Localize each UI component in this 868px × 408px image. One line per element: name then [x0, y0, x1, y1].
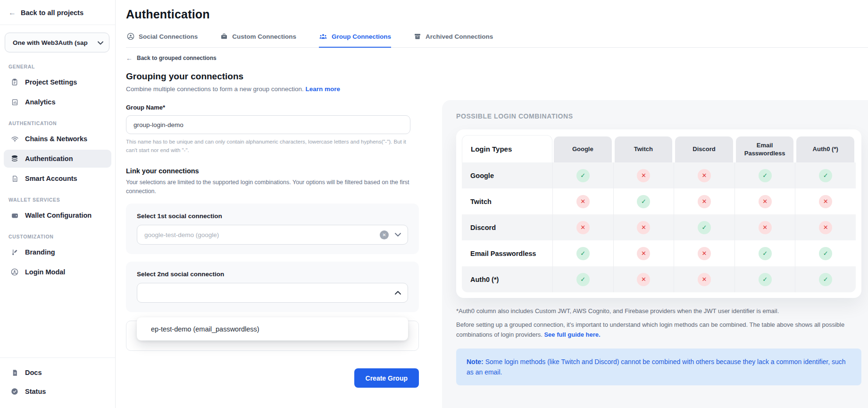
combination-mark-icon [698, 195, 711, 208]
select-1st-connection[interactable]: google-test-demo (google) ✕ [137, 225, 408, 245]
section-label-wallet-services: WALLET SERVICES [0, 188, 115, 205]
sidebar-item-analytics[interactable]: Analytics [4, 93, 111, 111]
sidebar: ← Back to all projects One with Web3Auth… [0, 0, 116, 408]
toolbox-icon [220, 33, 228, 40]
app-window: ← Back to all projects One with Web3Auth… [0, 0, 868, 408]
sidebar-item-branding[interactable]: Branding [4, 243, 111, 261]
sidebar-item-smart-accounts[interactable]: Smart Accounts [4, 170, 111, 187]
combination-mark-icon [637, 195, 650, 208]
group-name-input[interactable]: group-login-demo [126, 115, 410, 134]
combinations-table-card: Login Types Google Twitch Discord Email … [456, 129, 861, 298]
clipboard-icon [10, 78, 19, 86]
note-box: Note: Some login methods (like Twitch an… [456, 348, 861, 386]
combination-mark-icon [759, 247, 772, 260]
people-group-icon [319, 33, 327, 40]
archive-box-icon [414, 33, 421, 40]
column-header-discord: Discord [675, 136, 733, 162]
back-link-label: Back to grouped connections [137, 55, 217, 61]
wifi-icon [10, 135, 19, 143]
combination-mark-icon [819, 273, 832, 286]
combination-mark-icon [576, 247, 590, 260]
sidebar-item-label: Wallet Configuration [25, 212, 92, 219]
wallet-icon [10, 211, 19, 220]
table-corner-header: Login Types [462, 135, 552, 162]
sidebar-item-label: Branding [25, 248, 55, 256]
chevron-down-icon [98, 39, 103, 46]
sidebar-item-login-modal[interactable]: Login Modal [4, 263, 111, 281]
combination-mark-icon [819, 169, 832, 182]
combination-mark-icon [576, 169, 590, 182]
sidebar-item-wallet-configuration[interactable]: Wallet Configuration [4, 206, 111, 224]
combination-mark-icon [819, 195, 832, 208]
sidebar-item-label: Chains & Networks [25, 135, 87, 143]
second-connection-card: Select 2nd social connection ep-test-dem… [126, 262, 419, 312]
back-to-projects-link[interactable]: ← Back to all projects [0, 8, 115, 25]
combination-mark-icon [698, 247, 711, 260]
tab-archived-connections[interactable]: Archived Connections [414, 33, 493, 48]
combination-mark-icon [576, 221, 590, 234]
group-name-label: Group Name* [126, 104, 420, 111]
sidebar-divider [0, 25, 115, 25]
dropdown-option-ep-test-demo[interactable]: ep-test-demo (email_passwordless) [137, 317, 408, 340]
sidebar-item-label: Docs [25, 369, 42, 376]
auth0-footnote: *Auth0 column also includes Custom JWT, … [456, 307, 861, 314]
tab-group-connections[interactable]: Group Connections [319, 33, 391, 48]
tab-label: Group Connections [332, 33, 391, 40]
column-header-auth0: Auth0 (*) [796, 136, 854, 162]
link-connections-description: Your selections are limited to the suppo… [126, 178, 420, 196]
group-form-column: ← Back to grouped connections Grouping y… [116, 48, 420, 408]
combination-mark-icon [759, 195, 772, 208]
guide-paragraph: Before setting up a grouped connection, … [456, 320, 861, 340]
combination-mark-icon [698, 169, 711, 182]
combination-mark-icon [637, 169, 650, 182]
sidebar-item-docs[interactable]: Docs [4, 364, 111, 382]
note-text: Some login methods (like Twitch and Disc… [467, 358, 846, 376]
column-header-email-passwordless: Email Passwordless [736, 136, 794, 162]
chevron-down-icon[interactable] [395, 233, 401, 237]
tab-label: Social Connections [139, 33, 198, 40]
learn-more-link[interactable]: Learn more [305, 85, 340, 93]
row-label: Email Passwordless [462, 240, 552, 266]
back-to-grouped-connections-link[interactable]: ← Back to grouped connections [126, 54, 420, 62]
sidebar-item-status[interactable]: Status [4, 382, 111, 400]
group-name-value: group-login-demo [134, 121, 184, 128]
sidebar-item-project-settings[interactable]: Project Settings [4, 73, 111, 91]
create-group-button[interactable]: Create Group [354, 368, 419, 388]
project-selector-value: One with Web3Auth (sap [13, 39, 88, 46]
analytics-chart-icon [10, 98, 19, 106]
clear-selection-icon[interactable]: ✕ [380, 230, 389, 239]
combination-mark-icon [759, 169, 772, 182]
combination-mark-icon [819, 247, 832, 260]
combination-mark-icon [576, 273, 590, 286]
tab-social-connections[interactable]: Social Connections [127, 33, 198, 48]
chevron-up-icon[interactable] [395, 291, 401, 295]
combination-mark-icon [637, 273, 650, 286]
sidebar-item-label: Smart Accounts [25, 175, 77, 182]
project-selector-dropdown[interactable]: One with Web3Auth (sap [5, 33, 109, 52]
main-area: Authentication Social Connections Custom… [116, 0, 868, 408]
row-label: Discord [462, 214, 552, 240]
column-header-twitch: Twitch [615, 136, 673, 162]
stack-icon [10, 154, 19, 163]
back-to-projects-label: Back to all projects [21, 9, 83, 17]
combination-mark-icon [637, 221, 650, 234]
first-connection-card: Select 1st social connection google-test… [126, 204, 419, 254]
select-2nd-connection[interactable] [137, 283, 408, 303]
see-full-guide-link[interactable]: See full guide here. [544, 331, 600, 338]
sidebar-item-chains-networks[interactable]: Chains & Networks [4, 130, 111, 148]
row-label: Twitch [462, 188, 552, 214]
combinations-table: Login Types Google Twitch Discord Email … [462, 135, 856, 292]
tab-label: Custom Connections [232, 33, 296, 40]
row-label: Google [462, 162, 552, 188]
section-label-authentication: AUTHENTICATION [0, 112, 115, 129]
grouping-heading: Grouping your connections [126, 71, 420, 82]
tab-custom-connections[interactable]: Custom Connections [220, 33, 296, 48]
note-label: Note: [467, 358, 484, 366]
sidebar-item-authentication[interactable]: Authentication [4, 150, 111, 168]
combination-mark-icon [759, 273, 772, 286]
column-header-google: Google [554, 136, 612, 162]
combination-mark-icon [698, 273, 711, 286]
sidebar-item-label: Authentication [25, 155, 73, 162]
branding-pen-icon [10, 248, 19, 256]
combinations-panel-title: POSSIBLE LOGIN COMBINATIONS [456, 112, 861, 120]
